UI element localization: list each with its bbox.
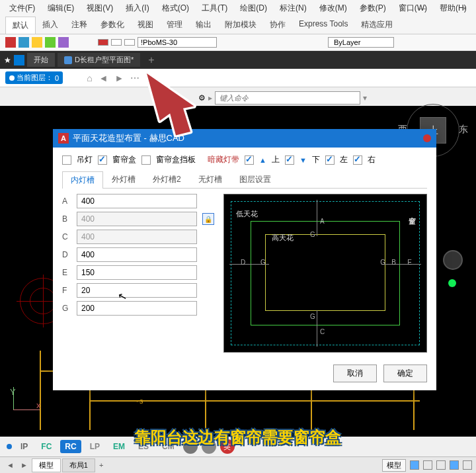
ribbon-param[interactable]: 参数化 [94, 17, 131, 34]
dialog-close-button[interactable] [423, 134, 431, 142]
input-a[interactable] [77, 194, 197, 208]
space-model[interactable]: 模型 [382, 459, 406, 472]
ribbon-addon[interactable]: 附加模块 [218, 17, 263, 34]
checkbox-curtain[interactable] [98, 155, 107, 165]
menu-file[interactable]: 文件(F) [4, 1, 40, 15]
input-d[interactable] [77, 247, 197, 262]
gear-icon[interactable] [183, 439, 198, 454]
label-b: B [62, 214, 71, 224]
windows-icon[interactable] [14, 55, 24, 65]
layer-swatch[interactable] [111, 39, 122, 46]
input-e[interactable] [77, 265, 197, 280]
lock-icon[interactable]: 🔒 [202, 213, 214, 225]
layer-swatch[interactable] [124, 39, 135, 46]
home-icon[interactable]: ⌂ [87, 73, 92, 83]
checkbox-right[interactable] [353, 155, 362, 165]
current-layer-chip[interactable]: 当前图层： 0 [5, 71, 63, 84]
mode-lp[interactable]: LP [85, 440, 104, 453]
tab-no-slot[interactable]: 无灯槽 [190, 171, 231, 188]
ceiling-preview: 低天花 高天花 窗帘盒 A G D G G B E G C [223, 194, 427, 353]
menu-edit[interactable]: 编辑(E) [42, 1, 79, 15]
ribbon-view[interactable]: 视图 [131, 17, 160, 34]
ok-button[interactable]: 确定 [383, 365, 427, 382]
back-icon[interactable]: ◄ [99, 73, 108, 83]
user-avatar[interactable] [443, 250, 463, 270]
menu-param[interactable]: 参数(P) [354, 1, 391, 15]
tool-icon[interactable] [58, 37, 69, 48]
tab-outer-slot2[interactable]: 外灯槽2 [144, 171, 190, 188]
menu-insert[interactable]: 插入(I) [120, 1, 154, 15]
ribbon-manage[interactable]: 管理 [160, 17, 189, 34]
command-bar: ⚙ ▸ ▾ [198, 91, 367, 105]
restore-icon[interactable]: □ [436, 3, 452, 15]
tab-start[interactable]: 开始 [27, 53, 55, 67]
mode-ip[interactable]: IP [16, 440, 32, 453]
input-g[interactable] [77, 301, 197, 316]
ime-button[interactable]: 英 [220, 439, 235, 454]
tab-document[interactable]: D长租户型平面图* [58, 53, 140, 67]
star-icon[interactable]: ★ [4, 56, 11, 65]
cancel-button[interactable]: 取消 [333, 365, 377, 382]
tab-inner-slot[interactable]: 内灯槽 [62, 171, 103, 189]
mode-fc[interactable]: FC [36, 440, 56, 453]
layer-color-swatch[interactable] [98, 39, 108, 46]
menu-dim[interactable]: 标注(N) [274, 1, 312, 15]
doc-label: D长租户型平面图* [75, 55, 134, 65]
nav-prev-icon[interactable]: ◄ [4, 461, 17, 469]
tool-icon[interactable] [32, 37, 42, 48]
menu-view[interactable]: 视图(V) [81, 1, 118, 15]
menu-tools[interactable]: 工具(T) [196, 1, 233, 15]
layer-value: 0 [55, 74, 59, 82]
command-input[interactable] [215, 91, 360, 105]
checkbox-left[interactable] [325, 155, 335, 165]
dialog-titlebar[interactable]: A 平面天花造型布置 - 赫思CAD [53, 129, 436, 148]
add-layout-icon[interactable]: + [97, 461, 106, 469]
close-icon[interactable]: × [457, 3, 472, 15]
fwd-icon[interactable]: ► [114, 73, 124, 83]
mode-cm[interactable]: CM [157, 440, 179, 453]
grid-icon[interactable] [410, 460, 419, 470]
x-axis [13, 409, 40, 410]
layer-select[interactable] [138, 37, 217, 48]
status-icon[interactable] [202, 439, 216, 454]
tool-icon[interactable] [19, 37, 29, 48]
ribbon-annotate[interactable]: 注释 [65, 17, 94, 34]
layout-tabs: ◄ ► 模型 布局1 + 模型 [0, 456, 476, 473]
new-tab-button[interactable]: + [143, 54, 159, 66]
mode-em[interactable]: EM [108, 440, 130, 453]
checkbox-down[interactable] [285, 155, 294, 165]
tab-layer-settings[interactable]: 图层设置 [231, 171, 280, 188]
dropdown-icon[interactable]: ▾ [363, 93, 367, 103]
ribbon-default[interactable]: 默认 [5, 17, 36, 34]
label-curtain: 窗帘盒 [112, 154, 136, 165]
minimize-icon[interactable]: — [413, 3, 431, 15]
tool-icon[interactable] [45, 37, 56, 48]
tab-model[interactable]: 模型 [32, 458, 61, 472]
mode-rc[interactable]: RC [60, 440, 81, 453]
menu-modify[interactable]: 修改(M) [314, 1, 352, 15]
ribbon-select[interactable]: 精选应用 [354, 17, 399, 34]
tab-layout1[interactable]: 布局1 [62, 458, 95, 472]
input-f[interactable] [77, 283, 197, 298]
menu-format[interactable]: 格式(O) [157, 1, 194, 15]
tab-outer-slot[interactable]: 外灯槽 [103, 171, 144, 188]
menu-draw[interactable]: 绘图(D) [235, 1, 272, 15]
checkbox-baffle[interactable] [141, 155, 151, 165]
osnap-icon[interactable] [463, 460, 472, 470]
ribbon-output[interactable]: 输出 [189, 17, 218, 34]
snap-icon[interactable] [423, 460, 432, 470]
ribbon-collab[interactable]: 协作 [263, 17, 292, 34]
checkbox-up[interactable] [245, 155, 254, 165]
ribbon-express[interactable]: Express Tools [292, 17, 354, 34]
tool-icon[interactable] [5, 37, 16, 48]
bylayer-select[interactable] [328, 37, 394, 48]
nav-next-icon[interactable]: ► [18, 461, 30, 469]
label-f: F [62, 286, 71, 295]
ribbon-insert[interactable]: 插入 [36, 17, 65, 34]
mode-es[interactable]: ES [134, 440, 153, 453]
ortho-icon[interactable] [436, 460, 446, 470]
checkbox-light[interactable] [62, 155, 71, 165]
compass-east[interactable]: 东 [459, 124, 468, 136]
ribbon-tabs: 默认 插入 注释 参数化 视图 管理 输出 附加模块 协作 Express To… [0, 17, 476, 34]
polar-icon[interactable] [450, 460, 459, 470]
